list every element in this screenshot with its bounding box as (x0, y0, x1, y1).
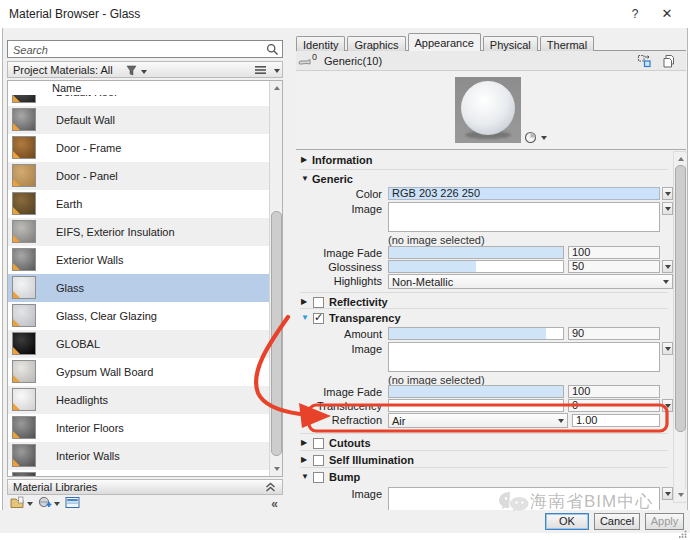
transparency-image-fade-value[interactable]: 100 (568, 385, 660, 398)
reflectivity-title: Reflectivity (329, 296, 388, 308)
material-row[interactable]: Default Wall (8, 106, 269, 134)
bump-checkbox[interactable] (313, 472, 324, 483)
refraction-number[interactable]: 1.00 (572, 414, 660, 427)
material-swatch (12, 332, 36, 355)
material-name: Earth (56, 198, 82, 210)
image-label: Image (296, 203, 382, 215)
amount-value[interactable]: 90 (568, 327, 660, 340)
material-row[interactable]: Earth (8, 190, 269, 218)
list-column-header[interactable]: Name (8, 81, 282, 96)
search-input[interactable] (11, 41, 265, 59)
material-row[interactable]: Default Roof (8, 95, 269, 106)
cutouts-checkbox[interactable] (313, 438, 324, 449)
expanded-arrow-icon: ▼ (301, 174, 309, 183)
generic-title: Generic (312, 173, 353, 185)
material-row[interactable]: Glass, Clear Glazing (8, 302, 269, 330)
material-row[interactable]: Interior Floors (8, 414, 269, 442)
material-row[interactable]: Exterior Walls (8, 246, 269, 274)
color-value-field[interactable]: RGB 203 226 250 (388, 187, 660, 200)
transparency-checkbox[interactable] (313, 313, 324, 324)
transparency-image-slot[interactable] (388, 342, 660, 372)
material-row[interactable]: EIFS, Exterior Insulation (8, 218, 269, 246)
material-row[interactable]: Glass (8, 274, 269, 302)
material-name: Default Roof (56, 95, 117, 98)
duplicate-icon (662, 54, 676, 69)
material-preview[interactable] (455, 77, 521, 143)
image-fade-slider[interactable] (388, 246, 564, 259)
image-slot[interactable] (388, 202, 660, 232)
ok-button[interactable]: OK (545, 513, 589, 530)
close-button[interactable]: ✕ (656, 5, 678, 23)
help-button[interactable]: ? (624, 5, 646, 23)
bump-image-dropdown[interactable] (662, 487, 673, 500)
section-information[interactable]: ▶ Information (296, 154, 686, 168)
self-illumination-checkbox[interactable] (313, 455, 324, 466)
tab-appearance[interactable]: Appearance (408, 33, 481, 52)
scroll-up-arrow[interactable] (271, 82, 282, 94)
transparency-image-dropdown[interactable] (662, 342, 673, 355)
image-dropdown-button[interactable] (662, 202, 673, 215)
glossiness-value[interactable]: 50 (568, 260, 660, 273)
material-list-scrollbar[interactable] (269, 81, 282, 476)
globe-add-icon (38, 496, 52, 510)
glossiness-dropdown-button[interactable] (662, 260, 673, 273)
expand-chevrons-icon[interactable] (265, 482, 276, 493)
material-libraries-bar[interactable]: Material Libraries (7, 479, 283, 495)
divider (300, 450, 668, 451)
color-dropdown-button[interactable] (662, 187, 673, 200)
transparency-image-fade-slider[interactable] (388, 385, 564, 398)
asset-count-badge: 0 (312, 52, 317, 62)
glossiness-slider[interactable] (388, 260, 564, 273)
highlights-caret (663, 280, 669, 284)
material-row[interactable]: Door - Frame (8, 134, 269, 162)
material-row[interactable]: Headlights (8, 386, 269, 414)
swap-asset-button[interactable] (637, 54, 652, 70)
bump-title: Bump (329, 471, 360, 483)
material-row[interactable]: GLOBAL (8, 330, 269, 358)
search-icon (266, 43, 279, 56)
highlights-value: Non-Metallic (392, 276, 453, 288)
material-swatch (12, 136, 36, 159)
material-row[interactable]: Interior Walls (8, 442, 269, 470)
material-swatch (12, 444, 36, 467)
material-row[interactable]: Iron, Ductile (8, 470, 269, 477)
transparency-image-label: Image (296, 343, 382, 355)
props-scroll-up[interactable] (675, 153, 686, 165)
refraction-label: Refraction (296, 414, 382, 426)
filter-dropdown-caret (141, 70, 147, 74)
cancel-button[interactable]: Cancel (594, 513, 640, 530)
filter-icon (126, 65, 137, 76)
reflectivity-checkbox[interactable] (313, 297, 324, 308)
material-row[interactable]: Door - Panel (8, 162, 269, 190)
duplicate-asset-button[interactable] (662, 54, 676, 71)
collapsed-arrow-icon: ▶ (301, 155, 307, 164)
project-materials-bar[interactable]: Project Materials: All (7, 61, 283, 78)
translucency-dropdown-button[interactable] (662, 399, 673, 412)
scrollbar-thumb[interactable] (271, 211, 282, 456)
resize-grip[interactable] (679, 530, 687, 538)
material-row[interactable]: Gypsum Wall Board (8, 358, 269, 386)
material-name: GLOBAL (56, 338, 100, 350)
apply-button[interactable]: Apply (645, 513, 684, 530)
image-fade-value[interactable]: 100 (568, 246, 660, 259)
scroll-down-arrow[interactable] (271, 463, 282, 475)
section-generic[interactable]: ▼ Generic (296, 173, 686, 187)
amount-slider[interactable] (388, 327, 564, 340)
transparency-title: Transparency (329, 312, 401, 324)
section-transparency[interactable]: ▼ Transparency (296, 312, 686, 326)
translucency-value[interactable]: 0 (568, 399, 660, 412)
section-cutouts[interactable]: ▶ Cutouts (296, 437, 686, 451)
open-editor-button[interactable] (65, 496, 80, 511)
render-quality-button[interactable] (524, 131, 546, 145)
props-scroll-down[interactable] (675, 489, 686, 501)
section-bump[interactable]: ▼ Bump (296, 471, 686, 485)
properties-scrollbar[interactable] (673, 151, 686, 503)
list-view-button[interactable] (254, 64, 278, 76)
props-scrollbar-thumb[interactable] (675, 165, 686, 432)
translucency-slider[interactable] (388, 399, 564, 412)
open-library-button[interactable] (10, 496, 25, 511)
collapse-panel-button[interactable]: « (271, 497, 277, 511)
highlights-dropdown[interactable]: Non-Metallic (388, 274, 673, 289)
section-self-illumination[interactable]: ▶ Self Illumination (296, 454, 686, 468)
refraction-dropdown[interactable]: Air (388, 413, 568, 428)
